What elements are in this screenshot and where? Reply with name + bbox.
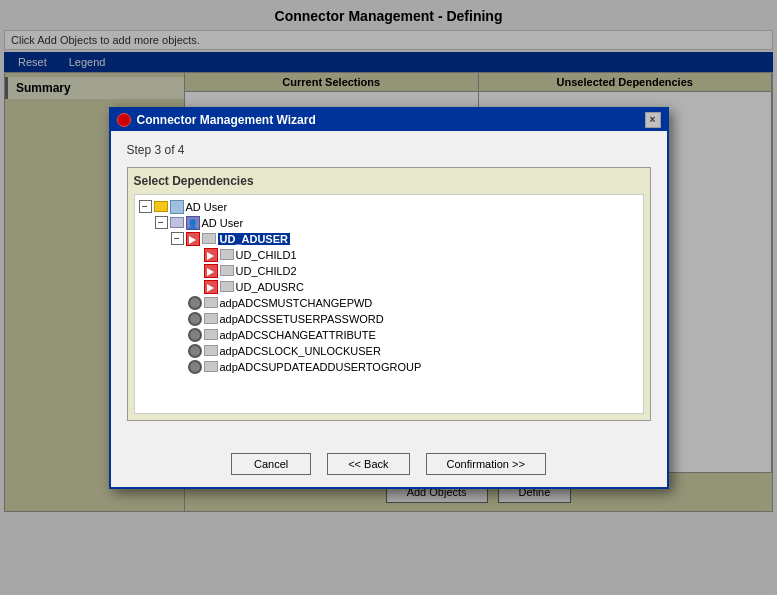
tree-item[interactable]: adpADCSSETUSERPASSWORD [139,311,639,327]
tree-item[interactable]: adpADCSLOCK_UNLOCKUSER [139,343,639,359]
modal-title: Connector Management Wizard [137,113,316,127]
cancel-button[interactable]: Cancel [231,453,311,475]
tree-item[interactable]: − UD_ADUSER [139,231,639,247]
select-deps-title: Select Dependencies [134,174,644,188]
tree-item[interactable]: adpADCSUPDATEADDUSERTOGROUP [139,359,639,375]
tree-area[interactable]: − AD User−👤AD User− UD_ADUSER UD_CHILD1 … [134,194,644,414]
modal: Connector Management Wizard × Step 3 of … [109,107,669,489]
modal-close-button[interactable]: × [645,112,661,128]
back-button[interactable]: << Back [327,453,409,475]
tree-item[interactable]: adpADCSMUSTCHANGEPWD [139,295,639,311]
tree-item[interactable]: UD_CHILD2 [139,263,639,279]
select-deps-box: Select Dependencies − AD User−👤AD User− … [127,167,651,421]
tree-item[interactable]: UD_ADUSRC [139,279,639,295]
tree-item[interactable]: −👤AD User [139,215,639,231]
modal-title-icon [117,113,131,127]
modal-body: Step 3 of 4 Select Dependencies − AD Use… [111,131,667,445]
tree-item[interactable]: − AD User [139,199,639,215]
modal-step: Step 3 of 4 [127,143,651,157]
modal-titlebar: Connector Management Wizard × [111,109,667,131]
tree-item[interactable]: UD_CHILD1 [139,247,639,263]
modal-overlay: Connector Management Wizard × Step 3 of … [0,0,777,595]
tree-item[interactable]: adpADCSCHANGEATTRIBUTE [139,327,639,343]
modal-footer: Cancel << Back Confirmation >> [111,445,667,487]
confirmation-button[interactable]: Confirmation >> [426,453,546,475]
